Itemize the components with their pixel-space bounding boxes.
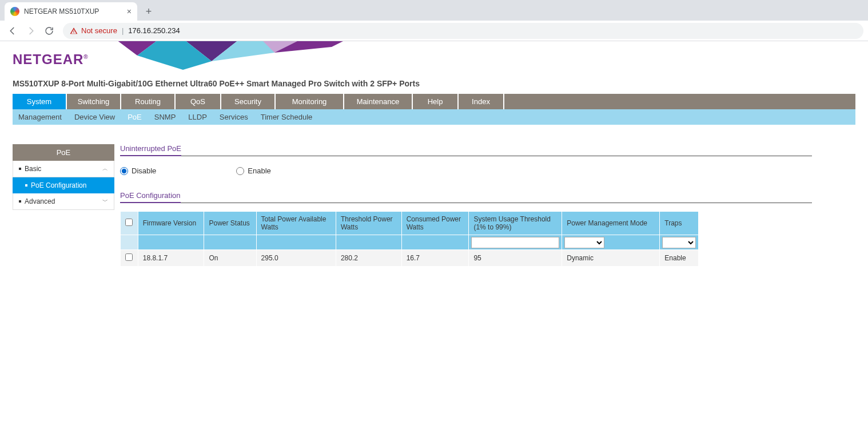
- back-button[interactable]: [5, 23, 21, 39]
- cell-traps: Enable: [660, 250, 699, 267]
- input-row-threshold-power: [336, 235, 401, 250]
- sidebar-poe-config-label: PoE Configuration: [31, 181, 86, 189]
- radio-enable-label: Enable: [248, 166, 270, 175]
- subnav-lldp[interactable]: LLDP: [188, 113, 207, 121]
- tab-title: NETGEAR MS510TXUP: [24, 7, 99, 15]
- radio-enable-input[interactable]: [236, 167, 244, 175]
- input-row-traps: [660, 235, 699, 250]
- input-row-total-power: [256, 235, 336, 250]
- sidebar-item-basic[interactable]: Basic ︿: [13, 161, 114, 177]
- header-consumed-power: Consumed Power Watts: [401, 212, 469, 235]
- chevron-up-icon: ︿: [102, 165, 108, 173]
- address-divider: |: [122, 26, 124, 35]
- usage-threshold-input[interactable]: [471, 237, 559, 248]
- input-row-blankcell: [121, 235, 138, 250]
- input-row-pmm: [562, 235, 660, 250]
- cell-total-power: 295.0: [256, 250, 336, 267]
- uninterrupted-poe-options: Disable Enable: [120, 164, 818, 191]
- row-checkbox[interactable]: [125, 253, 133, 261]
- nav-routing[interactable]: Routing: [121, 94, 176, 109]
- input-row-power-status: [204, 235, 256, 250]
- favicon-icon: [10, 7, 19, 16]
- sidebar-item-poe-configuration[interactable]: PoE Configuration: [13, 177, 114, 193]
- sidebar-header: PoE: [13, 144, 114, 161]
- sidebar-advanced-label: Advanced: [25, 197, 55, 205]
- page-banner: NETGEAR®: [0, 41, 868, 76]
- reload-icon: [44, 26, 54, 36]
- warning-icon: [70, 27, 78, 35]
- arrow-left-icon: [7, 26, 18, 36]
- sidebar-basic-label: Basic: [25, 165, 41, 173]
- arrow-right-icon: [26, 26, 36, 36]
- sidebar-item-advanced[interactable]: Advanced ﹀: [13, 193, 114, 210]
- cell-power-status: On: [204, 250, 256, 267]
- poe-config-table: Firmware Version Power Status Total Powe…: [120, 211, 699, 267]
- banner-decor-icon: [103, 41, 366, 76]
- radio-disable-input[interactable]: [120, 167, 128, 175]
- subnav-timer-schedule[interactable]: Timer Schedule: [261, 113, 313, 121]
- new-tab-button[interactable]: +: [141, 3, 157, 19]
- bullet-icon: [19, 168, 21, 170]
- header-total-power: Total Power Available Watts: [256, 212, 336, 235]
- browser-tab-strip: NETGEAR MS510TXUP × +: [0, 0, 868, 21]
- chevron-down-icon: ﹀: [102, 197, 108, 205]
- nav-qos[interactable]: QoS: [176, 94, 221, 109]
- bullet-icon: [25, 184, 27, 187]
- header-firmware: Firmware Version: [138, 212, 204, 235]
- sub-nav: Management Device View PoE SNMP LLDP Ser…: [13, 109, 855, 125]
- subnav-services[interactable]: Services: [220, 113, 248, 121]
- radio-enable[interactable]: Enable: [236, 166, 270, 175]
- nav-switching[interactable]: Switching: [67, 94, 121, 109]
- panel-title-uninterrupted-poe: Uninterrupted PoE: [120, 144, 181, 156]
- cell-consumed-power: 16.7: [401, 250, 469, 267]
- subnav-snmp[interactable]: SNMP: [154, 113, 176, 121]
- not-secure-label: Not secure: [81, 26, 117, 35]
- subnav-device-view[interactable]: Device View: [74, 113, 115, 121]
- bullet-icon: [19, 200, 21, 203]
- nav-index[interactable]: Index: [459, 94, 504, 109]
- table-input-row: [121, 235, 699, 250]
- header-usage-threshold: System Usage Threshold (1% to 99%): [469, 212, 562, 235]
- header-threshold-power: Threshold Power Watts: [336, 212, 401, 235]
- nav-security[interactable]: Security: [221, 94, 276, 109]
- header-traps: Traps: [660, 212, 699, 235]
- row-checkbox-cell: [121, 250, 138, 267]
- input-row-consumed-power: [401, 235, 469, 250]
- panel-title-poe-configuration: PoE Configuration: [120, 191, 181, 203]
- cell-pmm: Dynamic: [562, 250, 660, 267]
- main-content: Uninterrupted PoE Disable Enable PoE Con…: [120, 144, 818, 267]
- header-pmm: Power Management Mode: [562, 212, 660, 235]
- header-power-status: Power Status: [204, 212, 256, 235]
- input-row-firmware: [138, 235, 204, 250]
- sidebar: PoE Basic ︿ PoE Configuration Advanced ﹀: [13, 144, 114, 210]
- nav-help[interactable]: Help: [413, 94, 459, 109]
- netgear-logo: NETGEAR®: [13, 51, 89, 68]
- forward-button[interactable]: [23, 23, 39, 39]
- subnav-management[interactable]: Management: [18, 113, 62, 121]
- radio-disable-label: Disable: [132, 166, 156, 175]
- browser-toolbar: Not secure | 176.16.250.234: [0, 21, 868, 41]
- nav-monitoring[interactable]: Monitoring: [276, 94, 344, 109]
- cell-usage-threshold: 95: [469, 250, 562, 267]
- reload-button[interactable]: [41, 23, 57, 39]
- traps-select[interactable]: [662, 237, 696, 248]
- subnav-poe[interactable]: PoE: [128, 113, 142, 121]
- address-bar[interactable]: Not secure | 176.16.250.234: [63, 23, 863, 39]
- header-checkbox-cell: [121, 212, 138, 235]
- pmm-select[interactable]: [564, 237, 604, 248]
- cell-threshold-power: 280.2: [336, 250, 401, 267]
- url-text: 176.16.250.234: [128, 26, 180, 35]
- input-row-usage-threshold: [469, 235, 562, 250]
- cell-firmware: 18.8.1.7: [138, 250, 204, 267]
- close-icon[interactable]: ×: [127, 7, 132, 16]
- nav-filler: [504, 94, 855, 109]
- browser-tab[interactable]: NETGEAR MS510TXUP ×: [5, 2, 137, 21]
- product-description: MS510TXUP 8-Port Multi-Gigabit/10G Ether…: [0, 76, 868, 94]
- not-secure-indicator[interactable]: Not secure: [70, 26, 117, 35]
- nav-system[interactable]: System: [13, 94, 67, 109]
- main-nav: System Switching Routing QoS Security Mo…: [13, 94, 855, 109]
- table-row: 18.8.1.7 On 295.0 280.2 16.7 95 Dynamic …: [121, 250, 699, 267]
- radio-disable[interactable]: Disable: [120, 166, 156, 175]
- nav-maintenance[interactable]: Maintenance: [344, 94, 413, 109]
- select-all-checkbox[interactable]: [125, 219, 133, 226]
